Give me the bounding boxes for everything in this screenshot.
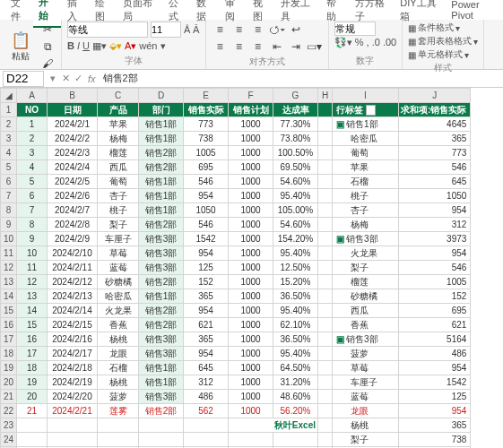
cell[interactable]: 95.40% <box>273 304 318 318</box>
pivot-label[interactable]: 蓝莓 <box>333 390 399 404</box>
row-header-23[interactable]: 23 <box>1 418 17 433</box>
cell[interactable]: 2024/2/3 <box>48 146 98 160</box>
cell[interactable] <box>318 175 333 189</box>
cell[interactable]: 杏子 <box>98 189 139 203</box>
cell[interactable]: 1000 <box>229 132 273 146</box>
pivot-label[interactable]: 火龙果 <box>333 246 399 261</box>
format-as-table-button[interactable]: ▦ 套用表格格式 ▾ <box>408 35 478 47</box>
cell[interactable]: 21 <box>17 404 48 418</box>
cell[interactable] <box>318 261 333 275</box>
align-middle-icon[interactable]: ≡ <box>230 22 247 38</box>
cell[interactable]: 738 <box>184 132 229 146</box>
cell[interactable]: 2024/2/1 <box>48 117 98 132</box>
row-header-3[interactable]: 3 <box>1 132 17 146</box>
cell[interactable]: 1005 <box>184 146 229 160</box>
cell[interactable] <box>318 189 333 203</box>
cell[interactable]: 1000 <box>229 390 273 404</box>
cell[interactable] <box>48 418 98 433</box>
align-right-icon[interactable]: ≡ <box>249 39 265 55</box>
orientation-icon[interactable]: ⭯▾ <box>269 22 285 38</box>
pivot-value[interactable]: 738 <box>399 433 471 447</box>
cell[interactable] <box>318 203 333 218</box>
cell[interactable]: 1 <box>17 117 48 132</box>
cell[interactable]: 榴莲 <box>98 146 139 160</box>
cell[interactable]: 100.50% <box>273 146 318 160</box>
cell[interactable]: 56.20% <box>273 404 318 418</box>
pivot-label[interactable]: ▣销售3部 <box>333 232 399 246</box>
cell[interactable] <box>318 361 333 375</box>
pivot-label[interactable]: 杨桃 <box>333 418 399 433</box>
cell[interactable]: 2024/2/13 <box>48 289 98 304</box>
cell[interactable]: 销售2部 <box>139 160 184 175</box>
pivot-value[interactable]: 3973 <box>399 232 471 246</box>
cell[interactable]: 12.50% <box>273 261 318 275</box>
pivot-value[interactable]: 954 <box>399 246 471 261</box>
cell[interactable]: 2024/2/17 <box>48 347 98 361</box>
cell[interactable]: 销售3部 <box>139 347 184 361</box>
cell[interactable]: 火龙果 <box>98 304 139 318</box>
cell[interactable]: 销售2部 <box>139 146 184 160</box>
cell[interactable]: 2024/2/11 <box>48 261 98 275</box>
cell[interactable]: 销售2部 <box>139 404 184 418</box>
cell[interactable]: 龙眼 <box>98 347 139 361</box>
spreadsheet-grid[interactable]: ◢ABCDEFGHIJ1NO日期产品部门销售实际销售计划达成率行标签 ▾求和项:… <box>0 88 503 448</box>
cell[interactable] <box>318 132 333 146</box>
decrease-font-icon[interactable]: Ǎ <box>193 24 200 36</box>
cell[interactable]: 销售2部 <box>139 318 184 332</box>
cell[interactable]: 2024/2/21 <box>48 404 98 418</box>
wrap-text-icon[interactable]: ↩ <box>288 22 304 38</box>
pivot-label[interactable]: 榴莲 <box>333 275 399 289</box>
pivot-label[interactable]: 草莓 <box>333 361 399 375</box>
pivot-label[interactable]: 葡萄 <box>333 146 399 160</box>
bold-icon[interactable]: B <box>67 40 74 51</box>
cell[interactable]: 莲雾 <box>98 404 139 418</box>
cell[interactable]: 1000 <box>229 375 273 390</box>
pivot-label[interactable]: 香蕉 <box>333 318 399 332</box>
align-left-icon[interactable]: ≡ <box>212 39 228 55</box>
font-name-select[interactable] <box>67 22 148 38</box>
cell[interactable]: 7 <box>17 203 48 218</box>
cell[interactable]: 1000 <box>229 160 273 175</box>
cell[interactable]: 西瓜 <box>98 160 139 175</box>
fill-color-icon[interactable]: ⬙▾ <box>109 40 122 52</box>
font-color-icon[interactable]: A▾ <box>125 40 136 52</box>
pivot-value[interactable]: 5164 <box>399 332 471 347</box>
cell[interactable]: 18 <box>17 361 48 375</box>
cell[interactable]: 486 <box>184 390 229 404</box>
cell[interactable]: 15 <box>17 318 48 332</box>
cell[interactable]: 杨桃 <box>98 375 139 390</box>
cell[interactable]: 954 <box>184 246 229 261</box>
pivot-label[interactable]: 梨子 <box>333 433 399 447</box>
cell[interactable] <box>318 304 333 318</box>
col-header-A[interactable]: A <box>17 89 48 103</box>
cell[interactable]: 6 <box>17 189 48 203</box>
cell[interactable]: 杨桃 <box>98 332 139 347</box>
cell[interactable]: 销售2部 <box>139 218 184 232</box>
name-box[interactable] <box>3 71 44 87</box>
col-header-B[interactable]: B <box>48 89 98 103</box>
col-header-C[interactable]: C <box>98 89 139 103</box>
cell[interactable] <box>17 433 48 447</box>
cell-styles-button[interactable]: ▦ 单元格样式 ▾ <box>408 48 478 61</box>
cell[interactable] <box>318 160 333 175</box>
pivot-value[interactable]: 1005 <box>399 275 471 289</box>
cell[interactable]: 销售3部 <box>139 332 184 347</box>
pivot-value[interactable]: 365 <box>399 132 471 146</box>
pivot-label[interactable]: ▣销售3部 <box>333 332 399 347</box>
formula-value[interactable]: 销售2部 <box>100 72 503 85</box>
cell[interactable]: 1000 <box>229 404 273 418</box>
pivot-value[interactable]: 954 <box>399 361 471 375</box>
row-header-20[interactable]: 20 <box>1 375 17 390</box>
row-header-1[interactable]: 1 <box>1 103 17 117</box>
indent-inc-icon[interactable]: ⇥ <box>288 39 304 55</box>
cell[interactable]: 2024/2/7 <box>48 203 98 218</box>
phonetic-icon[interactable]: wén ▾ <box>139 40 165 52</box>
confirm-icon[interactable]: ✓ <box>72 73 84 84</box>
cell[interactable]: 8 <box>17 218 48 232</box>
row-header-24[interactable]: 24 <box>1 433 17 447</box>
conditional-format-button[interactable]: ▦ 条件格式 ▾ <box>408 22 478 34</box>
cell[interactable]: 销售1部 <box>139 289 184 304</box>
underline-icon[interactable]: U <box>82 40 90 51</box>
col-header-H[interactable]: H <box>318 89 333 103</box>
pivot-value[interactable]: 1050 <box>399 189 471 203</box>
